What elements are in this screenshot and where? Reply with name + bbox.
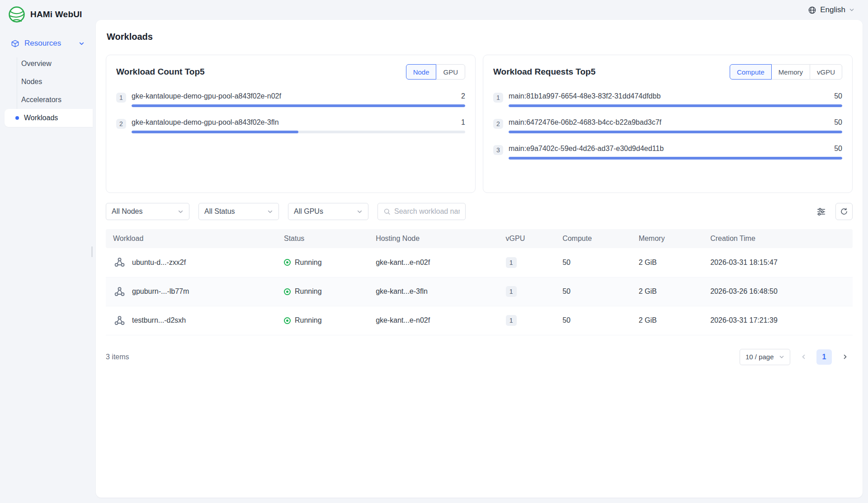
running-status-icon (284, 288, 291, 295)
rank-badge: 3 (493, 145, 503, 155)
col-header-status: Status (278, 229, 369, 248)
language-label: English (820, 5, 845, 14)
chevron-down-icon (178, 209, 184, 215)
hami-logo-icon (8, 6, 25, 23)
progress-bar-fill (509, 131, 842, 133)
column-settings-button[interactable] (813, 203, 829, 220)
progress-bar (509, 104, 842, 107)
entry-name: gke-kantaloupe-demo-gpu-pool-a843f02e-3f… (132, 118, 455, 127)
request-entry-1: 1 main:81b1a997-6654-48e3-83f2-31dd474df… (493, 92, 842, 107)
resources-icon (11, 39, 19, 48)
sidebar-item-nodes[interactable]: Nodes (0, 73, 93, 91)
tab-gpu[interactable]: GPU (436, 64, 465, 80)
page-size-value: 10 / page (745, 353, 774, 361)
total-items-label: 3 items (106, 353, 129, 361)
status-label: Running (295, 287, 322, 296)
col-header-creation-time: Creation Time (704, 229, 853, 248)
progress-bar (132, 104, 465, 107)
progress-bar-fill (509, 104, 842, 107)
memory-value: 2 GiB (632, 306, 704, 335)
table-header-row: Workload Status Hosting Node vGPU Comput… (106, 229, 853, 248)
search-icon (383, 208, 391, 215)
gpu-filter-select[interactable]: All GPUs (288, 203, 368, 220)
tab-node[interactable]: Node (406, 64, 437, 80)
active-item-dot (15, 116, 19, 120)
gpu-filter-value: All GPUs (294, 207, 323, 216)
pagination-row: 3 items 10 / page 1 (106, 349, 853, 365)
sidebar-tree: Overview Nodes Accelerators Workloads (0, 55, 93, 127)
sidebar-resize-handle[interactable] (91, 246, 93, 257)
language-picker[interactable]: English (808, 5, 854, 14)
page-size-select[interactable]: 10 / page (740, 349, 790, 365)
logo-row: HAMi WebUI (0, 0, 93, 29)
table-row[interactable]: ubuntu-d...-zxx2f Running gke-kant...e-n… (106, 248, 853, 277)
count-entry-1: 1 gke-kantaloupe-demo-gpu-pool-a843f02e-… (116, 92, 465, 107)
progress-bar-fill (132, 131, 298, 133)
rank-badge: 2 (116, 119, 126, 129)
entry-value: 50 (834, 118, 842, 127)
chevron-down-icon (79, 41, 85, 47)
top5-cards-row: Workload Count Top5 Node GPU 1 gke-kanta… (106, 55, 853, 193)
sidebar-item-label: Nodes (21, 78, 42, 86)
col-header-vgpu: vGPU (500, 229, 557, 248)
hosting-node: gke-kant...e-3fln (369, 277, 499, 306)
rank-badge: 1 (493, 93, 503, 103)
sliders-icon (816, 207, 826, 216)
workload-requests-title: Workload Requests Top5 (493, 67, 595, 77)
compute-value: 50 (556, 277, 632, 306)
page-title: Workloads (107, 32, 853, 42)
refresh-button[interactable] (835, 203, 853, 220)
content-card: Workloads Workload Count Top5 Node GPU 1 (96, 20, 863, 498)
table-row[interactable]: gpuburn-...-lb77m Running gke-kant...e-3… (106, 277, 853, 306)
node-filter-select[interactable]: All Nodes (106, 203, 189, 220)
workloads-table: Workload Status Hosting Node vGPU Comput… (106, 229, 853, 335)
app-root: HAMi WebUI Resources Overview Nodes (0, 0, 868, 503)
running-status-icon (284, 317, 291, 324)
progress-bar (509, 131, 842, 133)
workload-search (377, 203, 466, 220)
search-input[interactable] (394, 207, 460, 216)
node-filter-value: All Nodes (112, 207, 142, 216)
chevron-down-icon (849, 7, 854, 13)
workload-name[interactable]: ubuntu-d...-zxx2f (132, 259, 186, 267)
tab-memory[interactable]: Memory (771, 64, 810, 80)
rank-badge: 2 (493, 119, 503, 129)
sidebar-item-overview[interactable]: Overview (0, 55, 93, 73)
tab-compute[interactable]: Compute (730, 64, 772, 80)
compute-value: 50 (556, 248, 632, 277)
sidebar-item-workloads[interactable]: Workloads (5, 109, 93, 127)
entry-value: 50 (834, 145, 842, 153)
prev-page-button[interactable] (796, 349, 811, 365)
workload-name[interactable]: testburn...-d2sxh (132, 316, 186, 324)
status-filter-select[interactable]: All Status (198, 203, 279, 220)
chevron-down-icon (357, 209, 363, 215)
workload-icon (113, 314, 126, 327)
sidebar-item-accelerators[interactable]: Accelerators (0, 91, 93, 109)
requests-card-tab-group: Compute Memory vGPU (730, 64, 842, 80)
hosting-node: gke-kant...e-n02f (369, 306, 499, 335)
col-header-compute: Compute (556, 229, 632, 248)
entry-value: 1 (461, 118, 465, 127)
workload-name[interactable]: gpuburn-...-lb77m (132, 287, 189, 296)
vgpu-badge: 1 (506, 315, 517, 326)
table-row[interactable]: testburn...-d2sxh Running gke-kant...e-n… (106, 306, 853, 335)
vgpu-badge: 1 (506, 286, 517, 297)
filters-row: All Nodes All Status All GPUs (106, 203, 853, 220)
col-header-memory: Memory (632, 229, 704, 248)
creation-time: 2026-03-31 17:21:39 (704, 306, 853, 335)
count-card-tab-group: Node GPU (406, 64, 465, 80)
sidebar-item-label: Workloads (24, 114, 58, 122)
next-page-button[interactable] (837, 349, 853, 365)
sidebar-section-resources[interactable]: Resources (0, 34, 93, 53)
rank-badge: 1 (116, 93, 126, 103)
memory-value: 2 GiB (632, 277, 704, 306)
progress-bar-fill (509, 157, 842, 160)
page-number-1[interactable]: 1 (816, 349, 832, 365)
sidebar: HAMi WebUI Resources Overview Nodes (0, 0, 93, 503)
app-title: HAMi WebUI (30, 9, 82, 19)
topbar: English (93, 0, 868, 20)
status-label: Running (295, 316, 322, 324)
workload-icon (113, 285, 126, 298)
tab-vgpu[interactable]: vGPU (810, 64, 842, 80)
entry-name: gke-kantaloupe-demo-gpu-pool-a843f02e-n0… (132, 92, 455, 100)
